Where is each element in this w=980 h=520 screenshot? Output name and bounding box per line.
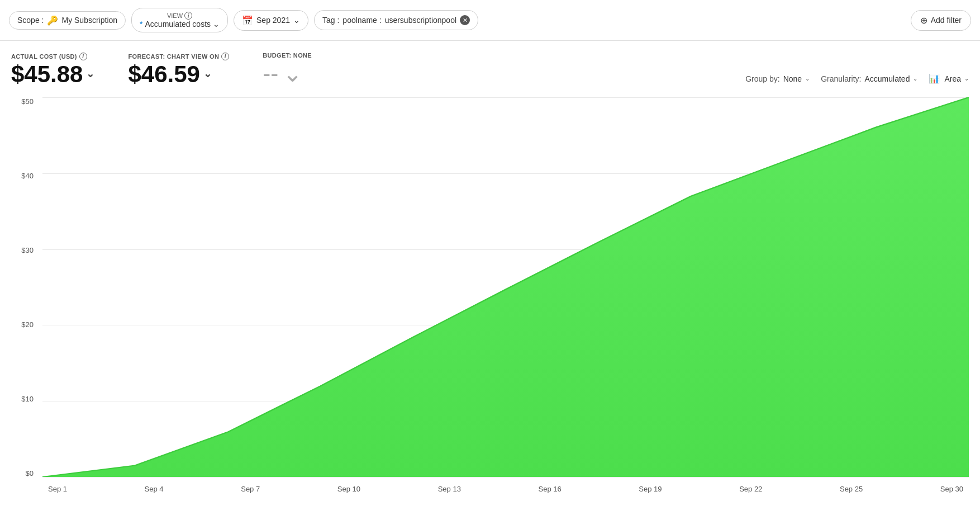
x-label-sep19: Sep 19 [639,485,662,493]
granularity-value: Accumulated [864,74,910,83]
tag-value: usersubscriptionpool [385,16,456,25]
view-chevron-icon: ⌄ [213,20,220,29]
actual-cost-info-icon[interactable]: i [79,53,87,60]
x-label-sep10: Sep 10 [337,485,360,493]
forecast-chevron-icon: ⌄ [203,69,212,80]
chart-type-value: Area [944,74,961,83]
scope-label: Scope : [17,16,44,25]
granularity-label: Granularity: [821,74,861,83]
x-label-sep25: Sep 25 [840,485,863,493]
view-button[interactable]: VIEW i * Accumulated costs ⌄ [131,8,228,32]
scope-button[interactable]: Scope : 🔑 My Subscription [9,11,126,30]
y-label-40: $40 [21,172,34,180]
calendar-icon: 📅 [242,15,253,26]
chart-container: $50 $40 $30 $20 $10 $0 [0,92,980,500]
area-chart-icon: 📊 [929,73,940,84]
tag-remove-button[interactable]: ✕ [460,15,470,25]
group-by-chevron-icon: ⌄ [805,75,810,82]
forecast-label: FORECAST: CHART VIEW ON i [128,53,229,60]
chart-type-chevron-icon: ⌄ [964,75,969,82]
chart-plot [42,97,969,478]
group-by-label: Group by: [745,74,779,83]
x-label-sep30: Sep 30 [940,485,963,493]
x-label-sep1: Sep 1 [48,485,67,493]
budget-value: -- ⌄ [263,60,312,87]
granularity-chevron-icon: ⌄ [913,75,917,82]
add-filter-icon: ⊕ [920,15,927,26]
date-button[interactable]: 📅 Sep 2021 ⌄ [234,10,308,31]
x-label-sep7: Sep 7 [241,485,260,493]
forecast-info-icon[interactable]: i [221,53,229,60]
actual-cost-chevron-icon: ⌄ [86,69,94,80]
y-label-50: $50 [21,97,34,106]
chart-type-control[interactable]: 📊 Area ⌄ [929,73,969,84]
y-label-10: $10 [21,395,34,403]
key-icon: 🔑 [47,15,58,26]
forecast-block: FORECAST: CHART VIEW ON i $46.59 ⌄ [128,53,229,87]
x-label-sep4: Sep 4 [145,485,164,493]
scope-value: My Subscription [61,16,117,25]
view-label: VIEW i [140,12,220,20]
y-axis: $50 $40 $30 $20 $10 $0 [11,97,38,478]
actual-cost-block: ACTUAL COST (USD) i $45.88 ⌄ [11,53,94,87]
stats-row: ACTUAL COST (USD) i $45.88 ⌄ FORECAST: C… [0,41,980,92]
cost-area [42,97,969,477]
view-asterisk: * [140,20,142,29]
tag-key: poolname : [342,16,381,25]
date-chevron-icon: ⌄ [293,16,300,25]
tag-label: Tag : [322,16,339,25]
group-by-value: None [783,74,802,83]
y-label-0: $0 [26,469,34,478]
date-value: Sep 2021 [256,16,290,25]
area-chart-svg [42,97,969,477]
x-label-sep22: Sep 22 [739,485,762,493]
budget-block: BUDGET: NONE -- ⌄ [263,52,312,87]
chart-inner: $50 $40 $30 $20 $10 $0 [11,97,969,500]
tag-filter-button[interactable]: Tag : poolname : usersubscriptionpool ✕ [314,10,478,30]
toolbar: Scope : 🔑 My Subscription VIEW i * Accum… [0,0,980,41]
x-label-sep16: Sep 16 [538,485,561,493]
x-label-sep13: Sep 13 [438,485,461,493]
view-value: * Accumulated costs ⌄ [140,20,220,29]
view-info-icon[interactable]: i [184,12,192,20]
add-filter-label: Add filter [931,16,962,25]
granularity-control[interactable]: Granularity: Accumulated ⌄ [821,74,917,83]
actual-cost-value: $45.88 ⌄ [11,62,94,87]
forecast-value: $46.59 ⌄ [128,62,229,87]
budget-label: BUDGET: NONE [263,52,312,59]
budget-chevron-icon: ⌄ [283,60,302,87]
chart-controls: Group by: None ⌄ Granularity: Accumulate… [745,73,969,87]
actual-cost-label: ACTUAL COST (USD) i [11,53,94,60]
group-by-control[interactable]: Group by: None ⌄ [745,74,810,83]
y-label-30: $30 [21,246,34,254]
add-filter-button[interactable]: ⊕ Add filter [911,10,971,31]
x-axis: Sep 1 Sep 4 Sep 7 Sep 10 Sep 13 Sep 16 S… [42,478,969,500]
y-label-20: $20 [21,320,34,329]
